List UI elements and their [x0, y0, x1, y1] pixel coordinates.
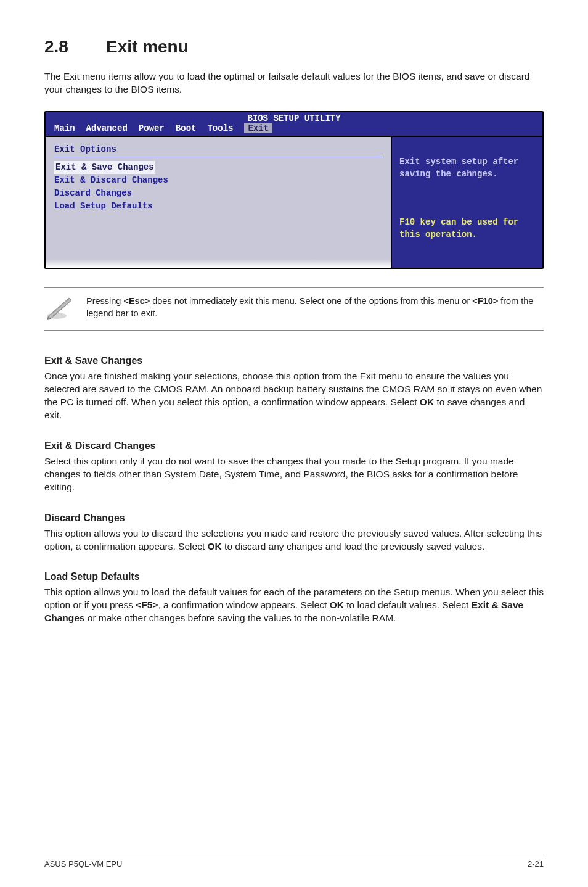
sub-body-exit-save: Once you are finished making your select…: [44, 370, 544, 422]
bios-item-load-defaults[interactable]: Load Setup Defaults: [54, 200, 382, 213]
bios-tab-tools[interactable]: Tools: [207, 123, 233, 133]
bios-tab-power[interactable]: Power: [139, 123, 165, 133]
footer-right: 2-21: [528, 859, 544, 868]
text-run: to discard any changes and load the prev…: [222, 541, 485, 551]
bios-separator-line: [54, 157, 382, 157]
bold-ok: OK: [330, 600, 344, 610]
sub-title-discard: Discard Changes: [44, 513, 544, 524]
sub-title-exit-discard: Exit & Discard Changes: [44, 440, 544, 452]
text-run: to load default values. Select: [344, 600, 472, 610]
bios-setup-panel: BIOS SETUP UTILITY Main Advanced Power B…: [44, 111, 544, 269]
sub-body-load-defaults: This option allows you to load the defau…: [44, 586, 544, 625]
sub-title-exit-save: Exit & Save Changes: [44, 355, 544, 366]
bios-help-bottom: F10 key can be used for this operation.: [399, 217, 535, 241]
bios-tab-boot[interactable]: Boot: [176, 123, 197, 133]
text-run: Select this option only if you do not wa…: [44, 456, 518, 492]
bold-f5: <F5>: [136, 600, 158, 610]
bold-ok: OK: [420, 397, 434, 407]
footer-left: ASUS P5QL-VM EPU: [44, 859, 122, 868]
pencil-note-icon: [44, 295, 74, 323]
note-prefix: Pressing: [86, 296, 123, 306]
page-footer: ASUS P5QL-VM EPU 2-21: [44, 854, 544, 868]
bios-help-top: Exit system setup after saving the cahng…: [399, 156, 535, 180]
bios-tab-bar: Main Advanced Power Boot Tools Exit: [46, 123, 542, 136]
text-run: , a confirmation window appears. Select: [158, 600, 329, 610]
note-key-f10: <F10>: [472, 296, 498, 306]
bios-tab-main[interactable]: Main: [54, 123, 75, 133]
bold-ok: OK: [208, 541, 222, 551]
note-text: Pressing <Esc> does not immediately exit…: [86, 295, 540, 320]
bios-left-title: Exit Options: [54, 144, 382, 154]
sub-title-load-defaults: Load Setup Defaults: [44, 571, 544, 582]
bios-tab-advanced[interactable]: Advanced: [86, 123, 128, 133]
bios-left-pane: Exit Options Exit & Save Changes Exit & …: [46, 137, 392, 268]
text-run: or make other changes before saving the …: [84, 613, 396, 623]
note-key-esc: <Esc>: [123, 296, 150, 306]
bios-header-title: BIOS SETUP UTILITY: [46, 112, 542, 123]
section-heading: 2.8Exit menu: [44, 37, 544, 57]
bios-body: Exit Options Exit & Save Changes Exit & …: [46, 136, 542, 268]
note-box: Pressing <Esc> does not immediately exit…: [44, 287, 544, 331]
bios-help-pane: Exit system setup after saving the cahng…: [392, 137, 542, 268]
bios-item-discard[interactable]: Discard Changes: [54, 187, 382, 200]
intro-paragraph: The Exit menu items allow you to load th…: [44, 70, 544, 96]
bios-item-exit-discard[interactable]: Exit & Discard Changes: [54, 174, 382, 187]
svg-line-3: [52, 299, 69, 314]
sub-body-discard: This option allows you to discard the se…: [44, 527, 544, 553]
section-number: 2.8: [44, 37, 106, 57]
bios-item-exit-save[interactable]: Exit & Save Changes: [54, 161, 155, 174]
section-title-text: Exit menu: [106, 37, 189, 56]
sub-body-exit-discard: Select this option only if you do not wa…: [44, 455, 544, 494]
note-mid: does not immediately exit this menu. Sel…: [150, 296, 472, 306]
bios-tab-exit[interactable]: Exit: [244, 123, 272, 133]
